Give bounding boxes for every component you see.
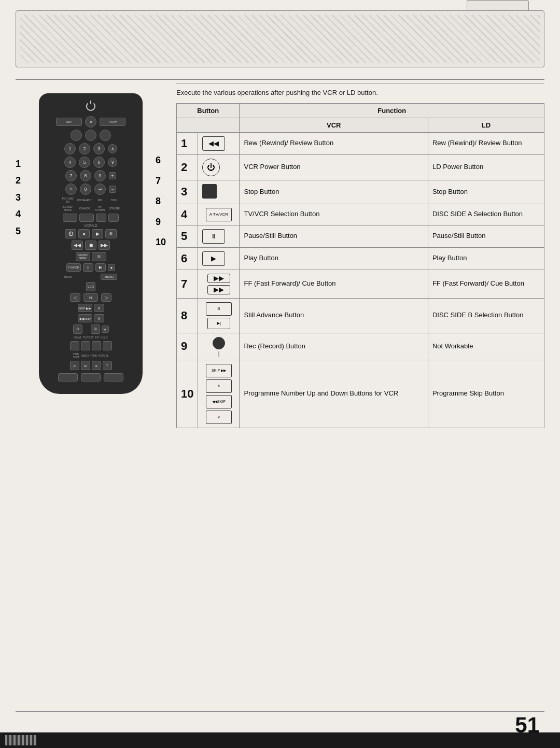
circle-left[interactable]: [71, 130, 82, 141]
circle-right[interactable]: [100, 130, 111, 141]
row-num-5: 5: [177, 225, 198, 247]
col-function-header: Function: [240, 103, 544, 118]
num-clear[interactable]: ⊙: [65, 184, 77, 195]
vcr-stop[interactable]: ◼: [85, 241, 96, 250]
skip-up[interactable]: ∧: [94, 304, 104, 312]
dsp-button[interactable]: DSP: [56, 118, 82, 126]
ch-down[interactable]: ∨: [108, 158, 117, 167]
table-row: 2⏻VCR Power ButtonLD Power Button: [177, 154, 544, 180]
vcr-play[interactable]: ▶: [92, 229, 103, 238]
strobe-button[interactable]: [108, 214, 119, 222]
num-4[interactable]: 4: [64, 157, 76, 168]
frame-btn[interactable]: ▶|: [95, 263, 106, 272]
fp-btn[interactable]: [92, 341, 101, 350]
row-num-8: 8: [177, 298, 198, 333]
num-misc[interactable]: ↩: [94, 184, 106, 195]
top-divider: [16, 79, 544, 80]
col-vcr-header: VCR: [240, 118, 428, 132]
table-row: 8B▶|Still Advance ButtonDISC SIDE B Sele…: [177, 298, 544, 333]
row-num-1: 1: [177, 132, 198, 154]
row-icon-3: [198, 180, 240, 204]
skip-fwd[interactable]: SKIP ▶▶: [78, 304, 92, 312]
pause-btn[interactable]: ⏸: [83, 263, 93, 272]
top-image-decoration: [20, 15, 540, 63]
nav-right[interactable]: ▷: [101, 293, 111, 302]
remote-labels-left: 1 2 3 4 5: [16, 156, 21, 239]
top-right-tab: [467, 0, 529, 10]
blank-btn-2[interactable]: [81, 373, 101, 382]
remote-label-7: 7: [156, 171, 166, 192]
v-btn[interactable]: V: [102, 326, 109, 333]
hold-btn[interactable]: [103, 341, 112, 350]
remote-body: DSP ✕ TV/AV 1 2 3 ∧ 4 5 6 ∨: [39, 93, 143, 394]
vcr-box[interactable]: VCR: [86, 282, 95, 291]
row-icon-6: ▶: [198, 247, 240, 270]
skip-down[interactable]: ∨: [94, 314, 104, 322]
num-5[interactable]: 5: [79, 157, 90, 168]
tvtext-btn[interactable]: [81, 341, 90, 350]
num-3[interactable]: 3: [93, 143, 105, 154]
row-vcr-10: Programme Number Up and Down Buttons for…: [240, 360, 428, 428]
instruction-text: Execute the various operations after pus…: [176, 83, 544, 98]
ch-search-button[interactable]: [79, 214, 94, 222]
ch-up[interactable]: ∧: [108, 144, 117, 153]
disc-btn[interactable]: ⊙: [73, 324, 82, 334]
vol-up[interactable]: +: [109, 172, 116, 179]
blank-btn-1[interactable]: [58, 373, 78, 382]
nav-left[interactable]: ◁: [70, 293, 80, 302]
num-0[interactable]: 0: [80, 184, 91, 195]
num-6[interactable]: 6: [93, 157, 105, 168]
circle-mid[interactable]: [85, 130, 96, 141]
row-ld-10: Programme Skip Button: [428, 360, 544, 428]
bottom-bar: [0, 732, 560, 748]
vcr-rew[interactable]: ◀◀: [72, 241, 83, 250]
row-ld-1: Rew (Rewind)/ Review Button: [428, 132, 544, 154]
remote-label-2: 2: [16, 172, 21, 189]
row-ld-4: DISC SIDE A Selection Button: [428, 204, 544, 225]
mute-button[interactable]: ✕: [85, 116, 96, 128]
disc-a[interactable]: A DISC SIDE: [76, 252, 90, 261]
timetext-btn[interactable]: ⊙: [70, 361, 79, 370]
sound-button[interactable]: [63, 214, 77, 222]
vcr-ff[interactable]: ▶▶: [99, 241, 110, 250]
menu-btn[interactable]: MENU: [101, 274, 117, 280]
num-9[interactable]: 9: [94, 170, 106, 181]
bottom-divider: [16, 711, 544, 712]
vcr-ff-box[interactable]: ⊞: [105, 229, 117, 238]
vcr-rec[interactable]: ■: [78, 229, 90, 238]
row-num-9: 9: [177, 333, 198, 360]
vol-down[interactable]: −: [109, 186, 116, 193]
bottom-bar-pattern: [5, 735, 36, 745]
ftb-btn[interactable]: ⊕: [92, 361, 101, 370]
row-num-10: 10: [177, 360, 198, 428]
remote-label-5: 5: [16, 223, 21, 239]
num-8[interactable]: 8: [80, 170, 91, 181]
nav-n[interactable]: N: [83, 293, 98, 302]
row-num-2: 2: [177, 154, 198, 180]
table-row: 6▶Play ButtonPlay Button: [177, 247, 544, 270]
reveal-btn[interactable]: ?: [103, 361, 112, 370]
disc-b[interactable]: ⊟: [92, 252, 106, 261]
skip-rew[interactable]: ◀◀SKIP: [78, 314, 92, 322]
power-vcr[interactable]: ⏻: [65, 229, 76, 238]
table-row: 1◀◀Rew (Rewind)/ Review ButtonRew (Rewin…: [177, 132, 544, 154]
num-2[interactable]: 2: [79, 143, 90, 154]
game-btn[interactable]: [70, 341, 79, 350]
row-vcr-5: Pause/Still Button: [240, 225, 428, 247]
blank-btn-3[interactable]: [104, 373, 123, 382]
pip-button[interactable]: [96, 214, 106, 222]
row-icon-4: A TV/VCR: [198, 204, 240, 225]
row-vcr-9: Rec (Record) Button: [240, 333, 428, 360]
row-num-6: 6: [177, 247, 198, 270]
row-icon-9: |: [198, 333, 240, 360]
prog-btn[interactable]: ⊞: [91, 324, 100, 334]
num-1[interactable]: 1: [64, 143, 76, 154]
table-section: Execute the various operations after pus…: [176, 83, 544, 707]
row-vcr-2: VCR Power Button: [240, 154, 428, 180]
remote-label-4: 4: [16, 206, 21, 222]
index-btn[interactable]: ⊟: [81, 361, 90, 370]
dot-btn[interactable]: ●: [108, 264, 115, 271]
num-7[interactable]: 7: [65, 170, 77, 181]
tvav-button[interactable]: TV/AV: [100, 118, 125, 126]
tvvcr-btn[interactable]: TV/VCR: [66, 263, 81, 272]
